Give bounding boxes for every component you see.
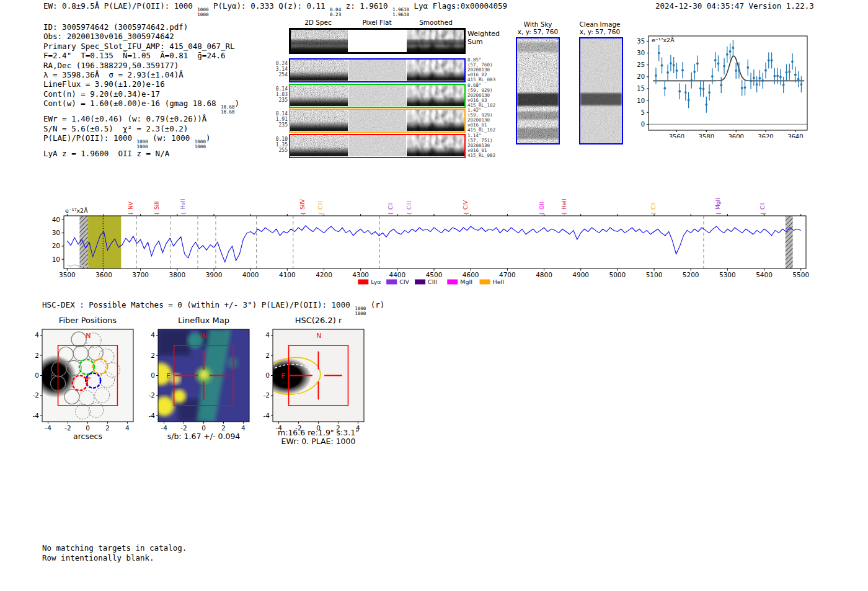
spec2d-row	[289, 109, 466, 133]
svg-text:-4: -4	[149, 412, 156, 419]
withsky-image	[516, 37, 560, 144]
spectral-line-label: SiIV	[299, 198, 306, 210]
svg-text:5200: 5200	[683, 271, 699, 278]
svg-text:e⁻¹⁷x2Å: e⁻¹⁷x2Å	[652, 37, 675, 43]
clean-noise	[580, 38, 622, 143]
svg-text:N: N	[86, 332, 91, 340]
svg-text:{: {	[128, 212, 134, 215]
svg-text:30: 30	[637, 50, 645, 56]
spec2d-row-right-labels: 1.14"(57, 751)20200130v016_01415_RL_082	[467, 133, 495, 158]
spectral-line-label: CII	[650, 202, 657, 210]
svg-text:Fiber Positions: Fiber Positions	[59, 316, 117, 325]
spec2d-row-right-labels: 1.42"(59, 929)20200130v016_01415_RL_102	[467, 108, 495, 133]
svg-text:arcsecs: arcsecs	[73, 432, 102, 441]
detection-info-block: ID: 3005974642 (3005974642.pdf)Obs: 2020…	[43, 22, 239, 158]
svg-text:s/b: 1.67 +/- 0.094: s/b: 1.67 +/- 0.094	[167, 432, 241, 441]
svg-text:EWr: 0. PLAE: 1000: EWr: 0. PLAE: 1000	[281, 437, 356, 446]
svg-text:Lyα: Lyα	[371, 278, 381, 285]
spec2d-row-left-labels: 0.141.03235	[273, 86, 288, 103]
linefit-plot: 0510152025303535603580360036203640e⁻¹⁷x2…	[629, 31, 828, 138]
svg-text:5: 5	[641, 109, 645, 116]
info-line: Cont(w) = 1.60(±0.00)e-16 (gmag 18.68 18…	[43, 99, 239, 114]
svg-text:15: 15	[637, 85, 645, 92]
svg-text:0: 0	[151, 371, 155, 379]
info-line: EWr = 1.40(±0.46) (w: 0.79(±0.26))Å	[43, 114, 239, 123]
svg-text:4400: 4400	[389, 271, 405, 278]
svg-text:3620: 3620	[758, 133, 773, 138]
catalog-footer-note: No matching targets in catalog. Row inte…	[42, 543, 187, 562]
spec2d-col-header-pixelflat: Pixel Flat	[348, 19, 406, 26]
spec2d-row-right-labels: 0.85"(57, 760)20200130v016_02415_RL_083	[467, 58, 495, 82]
svg-text:4: 4	[241, 424, 246, 432]
svg-text:-2: -2	[149, 391, 155, 399]
svg-text:E: E	[50, 372, 55, 380]
svg-text:NV: NV	[128, 201, 134, 210]
svg-text:3580: 3580	[699, 133, 714, 138]
svg-text:40: 40	[52, 216, 60, 223]
spectral-line-label: MgII	[715, 198, 721, 210]
svg-text:{: {	[716, 212, 722, 215]
spec2d-col-header-2dspec: 2D Spec	[289, 19, 347, 26]
spec2d-row-left-labels: 0.101.35255	[273, 136, 288, 153]
svg-text:0: 0	[265, 371, 270, 379]
svg-text:3640: 3640	[787, 133, 803, 138]
svg-text:3800: 3800	[169, 271, 185, 278]
svg-text:CIII: CIII	[428, 278, 437, 285]
svg-text:E: E	[281, 372, 285, 380]
svg-text:4900: 4900	[572, 271, 589, 278]
svg-text:5000: 5000	[609, 271, 626, 278]
legend-swatch-CIII	[415, 280, 425, 285]
svg-text:-4: -4	[161, 424, 167, 432]
svg-text:E: E	[166, 372, 170, 380]
spectral-line-label: HeII	[561, 198, 567, 210]
info-line: Cont(n) = 9.20(±0.34)e-17	[43, 89, 239, 99]
svg-text:{: {	[539, 212, 545, 215]
withsky-title: With Sky x, y: 57, 760	[508, 20, 567, 35]
svg-text:-2: -2	[33, 391, 39, 399]
svg-text:2: 2	[265, 352, 270, 359]
svg-text:{: {	[407, 212, 412, 215]
spectrum-plot: 3500360037003800390040004100420043004400…	[46, 183, 822, 293]
svg-text:{: {	[388, 212, 394, 215]
svg-text:4: 4	[265, 331, 270, 339]
svg-text:CIII: CIII	[317, 201, 324, 210]
withsky-noise	[517, 38, 559, 143]
report-version: Version 1.22.3	[749, 1, 814, 11]
spectral-line-label: CIII	[406, 201, 412, 210]
svg-text:CII: CII	[388, 202, 394, 210]
svg-text:-4: -4	[33, 412, 40, 419]
svg-text:4600: 4600	[463, 271, 479, 278]
svg-text:{: {	[154, 212, 160, 215]
weighted-sum-label: Weighted Sum	[467, 30, 500, 46]
svg-text:{: {	[562, 212, 567, 215]
svg-text:CIII: CIII	[406, 201, 412, 210]
info-line: RA,Dec (196.388229,50.359177)	[43, 61, 239, 70]
svg-text:CII: CII	[650, 202, 657, 210]
spectral-line-label: CIV	[463, 200, 469, 210]
legend-swatch-CIV	[386, 280, 397, 285]
svg-text:3700: 3700	[132, 271, 149, 278]
svg-text:-2: -2	[64, 424, 71, 432]
svg-text:4000: 4000	[242, 271, 259, 278]
spectral-line-label: CIII	[317, 201, 324, 210]
svg-text:-2: -2	[264, 391, 270, 399]
svg-text:3900: 3900	[206, 271, 223, 278]
info-line: Primary Spec_Slot_IFU_AMP: 415_048_067_R…	[43, 42, 239, 51]
spec2d-row-left-labels: 0.243.14254	[273, 61, 288, 78]
svg-text:-2: -2	[180, 424, 187, 432]
fiber-positions-plot: Fiber PositionsNE-4-4-2-2002244arcsecs	[24, 313, 148, 453]
svg-text:10: 10	[637, 97, 645, 104]
svg-text:-4: -4	[45, 424, 51, 432]
svg-text:2: 2	[221, 424, 226, 432]
svg-text:5500: 5500	[792, 271, 809, 278]
svg-text:CIV: CIV	[399, 278, 409, 285]
svg-text:10: 10	[52, 256, 60, 263]
spec2d-row	[289, 134, 466, 158]
elixer-report-page: EW: 0.8±9.5Å P(LAE)/P(OII): 1000 1000100…	[0, 0, 868, 591]
svg-text:4800: 4800	[536, 271, 552, 278]
clean-title: Clean Image x, y: 57, 760	[570, 20, 629, 35]
svg-text:2: 2	[105, 424, 110, 432]
header-datetime-version: 2024-12-30 04:35:47 Version 1.22.3	[655, 1, 814, 11]
svg-text:0: 0	[202, 424, 206, 432]
svg-text:SiIV: SiIV	[299, 198, 306, 210]
